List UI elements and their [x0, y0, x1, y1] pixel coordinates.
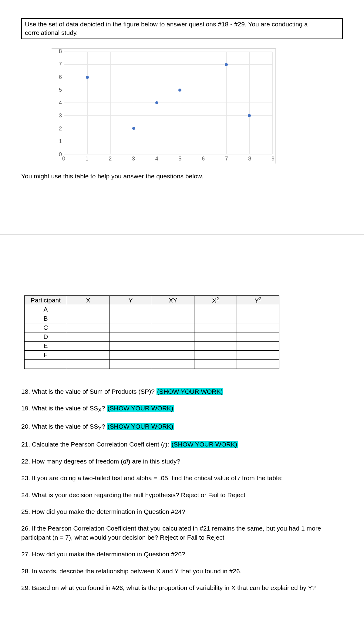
table-row: E: [25, 341, 279, 350]
participant-cell: B: [25, 314, 67, 323]
table-row: B: [25, 314, 279, 323]
empty-cell: [237, 350, 279, 359]
question-29: 29. Based on what you found in #26, what…: [21, 583, 343, 592]
empty-cell: [110, 314, 152, 323]
empty-cell: [152, 323, 194, 332]
y-tick-label: 8: [52, 48, 62, 54]
empty-cell: [237, 359, 279, 369]
y-tick-label: 2: [52, 125, 62, 132]
question-25: 25. How did you make the determination i…: [21, 507, 343, 516]
empty-cell: [110, 305, 152, 314]
scatter-chart: 0123456780123456789: [52, 48, 343, 163]
empty-cell: [237, 305, 279, 314]
participant-cell: A: [25, 305, 67, 314]
empty-cell: [237, 323, 279, 332]
y-tick-label: 1: [52, 138, 62, 145]
empty-cell: [152, 314, 194, 323]
empty-cell: [152, 350, 194, 359]
empty-cell: [194, 350, 237, 359]
x-tick-label: 5: [175, 156, 184, 163]
empty-cell: [194, 359, 237, 369]
empty-cell: [152, 359, 194, 369]
empty-cell: [110, 332, 152, 341]
x-tick-label: 9: [268, 156, 278, 163]
questions-list: 18. What is the value of Sum of Products…: [21, 387, 343, 592]
question-20: 20. What is the value of SSY? (SHOW YOUR…: [21, 422, 343, 432]
empty-cell: [67, 314, 110, 323]
empty-cell: [152, 305, 194, 314]
data-point: [155, 101, 158, 104]
empty-cell: [67, 359, 110, 369]
empty-cell: [237, 314, 279, 323]
table-row: A: [25, 305, 279, 314]
x-tick-label: 3: [129, 156, 138, 163]
question-28: 28. In words, describe the relationship …: [21, 567, 343, 575]
empty-cell: [194, 341, 237, 350]
question-19: 19. What is the value of SSX? (SHOW YOUR…: [21, 404, 343, 414]
empty-cell: [152, 332, 194, 341]
table-row: D: [25, 332, 279, 341]
empty-cell: [194, 323, 237, 332]
empty-cell: [110, 323, 152, 332]
y-tick-label: 4: [52, 99, 62, 106]
question-22: 22. How many degrees of freedom (df) are…: [21, 457, 343, 466]
instruction-box: Use the set of data depicted in the figu…: [21, 18, 343, 39]
empty-cell: [67, 323, 110, 332]
instruction-text: Use the set of data depicted in the figu…: [25, 21, 308, 36]
data-point: [225, 63, 228, 66]
empty-cell: [25, 359, 67, 369]
hint-text: You might use this table to help you ans…: [21, 173, 343, 180]
participant-cell: E: [25, 341, 67, 350]
question-18: 18. What is the value of Sum of Products…: [21, 387, 343, 396]
empty-cell: [67, 350, 110, 359]
empty-cell: [67, 305, 110, 314]
y-tick-label: 6: [52, 74, 62, 80]
y-tick-label: 3: [52, 113, 62, 119]
empty-cell: [194, 332, 237, 341]
calculation-table: ParticipantXYXYX2Y2 ABCDEF: [24, 295, 279, 369]
page-divider: [0, 234, 364, 235]
empty-cell: [237, 332, 279, 341]
empty-cell: [194, 305, 237, 314]
participant-cell: F: [25, 350, 67, 359]
table-header: XY: [152, 295, 194, 305]
table-row: C: [25, 323, 279, 332]
question-27: 27. How did you make the determination i…: [21, 550, 343, 558]
question-26: 26. If the Pearson Correlation Coefficie…: [21, 524, 343, 542]
empty-cell: [194, 314, 237, 323]
x-tick-label: 2: [106, 156, 115, 163]
data-point: [248, 114, 251, 117]
empty-cell: [110, 359, 152, 369]
x-tick-label: 1: [83, 156, 92, 163]
participant-cell: C: [25, 323, 67, 332]
x-tick-label: 0: [59, 156, 68, 163]
table-row: F: [25, 350, 279, 359]
question-21: 21. Calculate the Pearson Correlation Co…: [21, 440, 343, 449]
y-tick-label: 5: [52, 87, 62, 93]
participant-cell: D: [25, 332, 67, 341]
table-header: X2: [194, 295, 237, 305]
question-24: 24. What is your decision regarding the …: [21, 490, 343, 499]
table-header: X: [67, 295, 110, 305]
empty-cell: [67, 332, 110, 341]
x-tick-label: 7: [222, 156, 231, 163]
table-header: Participant: [25, 295, 67, 305]
data-point: [132, 127, 135, 130]
empty-cell: [152, 341, 194, 350]
empty-cell: [110, 341, 152, 350]
question-23: 23. If you are doing a two-tailed test a…: [21, 474, 343, 482]
empty-cell: [110, 350, 152, 359]
empty-cell: [237, 341, 279, 350]
empty-cell: [67, 341, 110, 350]
table-header: Y: [110, 295, 152, 305]
table-totals-row: [25, 359, 279, 369]
data-point: [86, 76, 89, 79]
data-point: [178, 89, 181, 92]
y-tick-label: 7: [52, 61, 62, 67]
x-tick-label: 6: [199, 156, 208, 163]
x-tick-label: 4: [152, 156, 161, 163]
table-header: Y2: [237, 295, 279, 305]
x-tick-label: 8: [245, 156, 254, 163]
